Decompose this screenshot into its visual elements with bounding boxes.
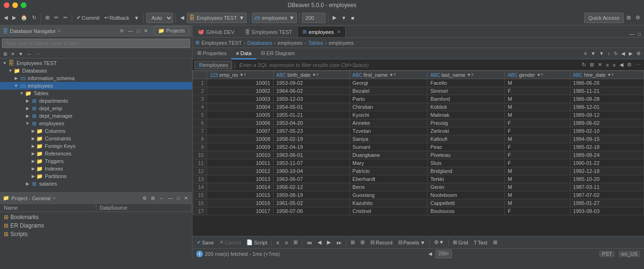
settings-button[interactable]: ⚙ [634,14,642,22]
data-cell[interactable]: F [505,127,570,135]
row-number-cell[interactable]: 14 [193,183,207,191]
data-cell[interactable]: 1959-12-03 [273,95,349,103]
data-cell[interactable]: M [505,167,570,175]
new-connection-button[interactable]: ⊞ [43,14,51,22]
tab-github-dev[interactable]: 🐙 GitHub DEV [192,26,240,37]
data-cell[interactable]: F [505,159,570,167]
filter-refresh-btn[interactable]: ↻ [580,61,587,68]
data-cell[interactable]: F [505,119,570,127]
data-cell[interactable]: Piveteau [427,151,505,159]
emp-no-cell[interactable]: 10014 [207,183,274,191]
col-last-name[interactable]: ABC last_name ▼? [427,71,505,79]
emp-no-cell[interactable]: 10016 [207,199,274,207]
extra-view-btn[interactable]: ⊞ [491,239,500,246]
connection-arrow[interactable]: ◀ [178,14,186,22]
data-cell[interactable]: 1964-06-02 [273,87,349,95]
data-cell[interactable]: Genin [427,183,505,191]
home-button[interactable]: 🏠 [19,14,29,22]
data-cell[interactable]: 1954-05-01 [273,103,349,111]
subtabs-filter-btn[interactable]: ▼ [589,50,597,57]
row-number-cell[interactable]: 1 [193,79,207,87]
data-cell[interactable]: Bridgland [427,167,505,175]
col-emp-no[interactable]: 123 emp_no ▼? [207,71,274,79]
project-item-er-diagrams[interactable]: ⊞ ER Diagrams [0,221,192,230]
project-item-scripts[interactable]: ⊞ Scripts [0,230,192,238]
cancel-button[interactable]: ✕ Cancel [217,239,243,246]
data-cell[interactable]: Berni [350,183,427,191]
forward-button[interactable]: ▶ [10,14,18,22]
data-cell[interactable]: Kalloufi [427,135,505,143]
project-link-btn[interactable]: ↔ [158,195,165,201]
layout-button[interactable]: ⊞ [625,14,633,22]
emp-no-cell[interactable]: 10005 [207,111,274,119]
data-cell[interactable]: Koblick [427,103,505,111]
emp-no-cell[interactable]: 10004 [207,103,274,111]
col-hire-date[interactable]: ABC hire_date ▼? [570,71,644,79]
data-cell[interactable]: 1989-08-24 [570,151,644,159]
table-name-tab[interactable]: ⊞ employees [194,61,232,69]
back-button[interactable]: ◀ [2,14,9,22]
status-arrow-btn[interactable]: ◀ [427,251,434,257]
bread-employees-db[interactable]: employees [277,40,302,46]
data-cell[interactable]: Sluis [427,159,505,167]
data-cell[interactable]: 1992-12-18 [570,167,644,175]
data-cell[interactable]: 1952-04-19 [273,143,349,151]
data-cell[interactable]: Cappelletti [427,199,505,207]
hiredate-filter-icon[interactable]: ▼? [607,73,614,77]
tab-employees-test[interactable]: 🗄 Employees TEST [240,26,297,37]
data-cell[interactable]: Tzvetan [350,127,427,135]
data-cell[interactable]: 1993-08-03 [570,207,644,215]
tree-item-employees-table[interactable]: ▼ ⊞ employees [0,120,192,127]
emp-no-cell[interactable]: 10011 [207,159,274,167]
filter-more-btn[interactable]: ⋯ [634,61,642,68]
grid-button[interactable]: ⊞ Grid [451,239,470,246]
tree-item-databases[interactable]: ▼ 📁 Databases [0,67,192,74]
nav-delete-btn[interactable]: ✕ [9,51,16,57]
tree-item-references[interactable]: ▶ 📁 References [0,150,192,157]
nav-expand-button[interactable]: □ [135,28,141,34]
tree-item-partitions[interactable]: ▶ 📁 Partitions [0,172,192,180]
tab-employees[interactable]: ⊞ employees ✕ [297,26,345,37]
table-row[interactable]: 5100051955-01-21KyoichiMaliniakM1989-09-… [193,111,644,119]
run-options-button[interactable]: ▼ [339,14,348,22]
emp-no-cell[interactable]: 10017 [207,207,274,215]
emp-no-cell[interactable]: 10006 [207,119,274,127]
table-row[interactable]: 6100061953-04-20AnnekePreusigF1989-06-02 [193,119,644,127]
first-button[interactable]: ⏮ [304,239,314,246]
data-cell[interactable]: Anneke [350,119,427,127]
data-cell[interactable]: 1963-06-01 [273,151,349,159]
nav-more-btn[interactable]: ⋯ [34,51,42,57]
data-cell[interactable]: 1986-06-26 [570,79,644,87]
row-number-cell[interactable]: 5 [193,111,207,119]
data-cell[interactable]: 1986-12-01 [570,103,644,111]
table-row[interactable]: 1100011953-09-02GeorgiFacelloM1986-06-26 [193,79,644,87]
data-cell[interactable]: 1985-11-21 [570,87,644,95]
project-item-bookmarks[interactable]: ⊞ Bookmarks [0,213,192,221]
tree-item-constraints[interactable]: ▶ 📁 Constraints [0,135,192,142]
project-expand-btn[interactable]: □ [176,195,181,201]
tabs-maximize[interactable]: □ [636,31,642,37]
row-number-cell[interactable]: 2 [193,87,207,95]
tree-item-employees-test[interactable]: ▼ 🗄 Employees TEST [0,59,192,67]
nav-search-input[interactable] [2,39,190,48]
empno-filter-icon[interactable]: ▼? [239,73,246,77]
tree-item-triggers[interactable]: ▶ 📁 Triggers [0,157,192,165]
col-first-name[interactable]: ABC first_name ▼? [350,71,427,79]
data-cell[interactable]: Patricio [350,167,427,175]
data-cell[interactable]: 1953-09-02 [273,79,349,87]
data-cell[interactable]: 1958-02-19 [273,135,349,143]
settings-btn2[interactable]: ⚙▼ [432,239,446,246]
table-row[interactable]: 16100161961-05-02KazuhitoCappellettiM199… [193,199,644,207]
data-cell[interactable]: Saniya [350,135,427,143]
panels-button[interactable]: ⊟ Panels ▼ [396,239,428,246]
data-cell[interactable]: 1987-07-02 [570,191,644,199]
emp-no-cell[interactable]: 10003 [207,95,274,103]
firstname-filter-icon[interactable]: ▼? [389,73,396,77]
data-cell[interactable]: Sumant [350,143,427,151]
data-cell[interactable]: Peac [427,143,505,151]
transaction-button[interactable]: ▼ [132,14,141,22]
data-cell[interactable]: Bezalel [350,87,427,95]
col-gender[interactable]: ABC gender ▼? [505,71,570,79]
data-cell[interactable]: 1989-02-10 [570,127,644,135]
tree-item-tables-folder[interactable]: ▼ 📁 Tables [0,90,192,97]
